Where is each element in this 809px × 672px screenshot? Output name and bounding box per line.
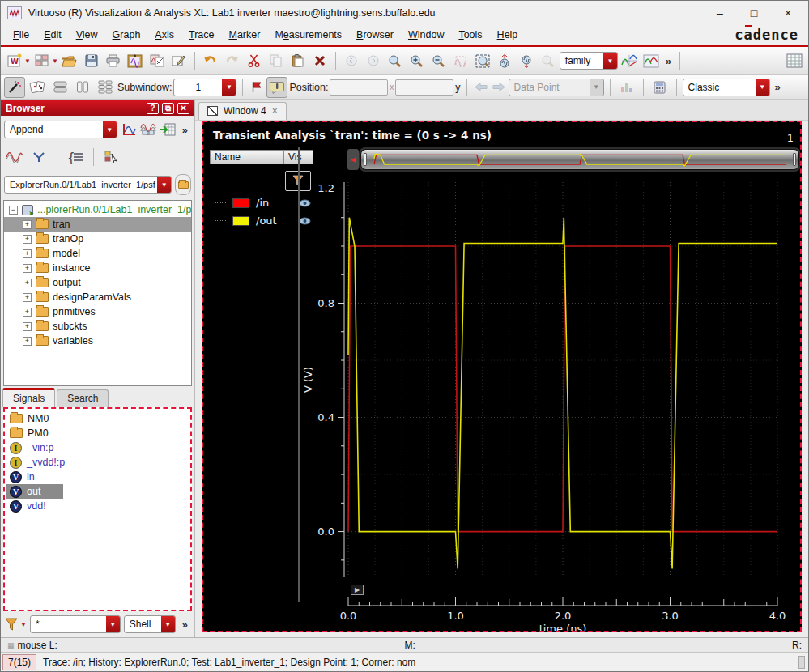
trace-color-swatch[interactable] — [232, 216, 249, 226]
tree-root[interactable]: − ...plorerRun.0/1/Lab1_inverter_1/psf — [4, 202, 191, 217]
results-dir-arrow[interactable]: ▼ — [157, 177, 171, 193]
tree-item-primitives[interactable]: +primitives — [4, 304, 191, 319]
minimize-button[interactable]: – — [706, 3, 734, 23]
style-combo[interactable]: Classic▼ — [683, 79, 770, 96]
tree-item-designParamVals[interactable]: +designParamVals — [4, 290, 191, 304]
append-combo-arrow[interactable]: ▼ — [103, 121, 117, 138]
scroll-left-icon[interactable]: ◀ — [347, 149, 359, 170]
zoom-prev-button[interactable] — [341, 50, 362, 71]
panel-close-button[interactable]: ✕ — [177, 103, 189, 114]
expand-icon[interactable]: + — [23, 249, 32, 258]
signal-vin-p[interactable]: I_vin:p — [6, 440, 189, 455]
legend-splitter[interactable] — [298, 147, 300, 602]
signal-vvdd-p[interactable]: I_vvdd!:p — [6, 455, 189, 470]
select-mode-button[interactable] — [101, 147, 122, 168]
expand-icon[interactable]: + — [23, 235, 32, 244]
zoom-fit-button[interactable] — [472, 50, 493, 71]
prev-point-button[interactable] — [473, 77, 489, 98]
maximize-button[interactable]: □ — [740, 3, 768, 23]
paste-button[interactable] — [287, 50, 309, 71]
position-x-field[interactable] — [330, 79, 388, 96]
tab-search[interactable]: Search — [57, 389, 109, 407]
hierarchy-button[interactable] — [28, 147, 49, 168]
trace-label[interactable]: /in — [256, 197, 269, 209]
new-graph-dropdown[interactable]: ▼ — [24, 57, 31, 65]
window-layout-button[interactable] — [32, 50, 53, 71]
menu-axis[interactable]: Axis — [147, 27, 181, 43]
signal-PM0[interactable]: PM0 — [6, 426, 189, 440]
menu-marker[interactable]: Marker — [221, 27, 267, 43]
histogram-button[interactable] — [616, 77, 637, 98]
signal-vdd[interactable]: Vvdd! — [6, 499, 189, 513]
new-graph-button[interactable]: W — [4, 50, 25, 71]
zoom-box-button[interactable] — [385, 50, 406, 71]
browse-results-button[interactable] — [175, 174, 191, 195]
scroll-right-icon[interactable]: ▶ — [801, 149, 802, 170]
tree-item-instance[interactable]: +instance — [4, 261, 191, 275]
tab-close-icon[interactable]: × — [272, 105, 278, 117]
menu-window[interactable]: Window — [401, 27, 451, 43]
print-button[interactable] — [103, 50, 124, 71]
zoom-in-button[interactable] — [407, 50, 428, 71]
window-layout-dropdown[interactable]: ▼ — [52, 57, 58, 65]
table-view-button[interactable] — [784, 50, 805, 71]
expression-list-button[interactable]: { — [65, 147, 86, 168]
zoom-out-button[interactable] — [428, 50, 449, 71]
thumb-grip-right[interactable] — [793, 153, 796, 166]
message-count-badge[interactable]: 7(15) — [2, 654, 36, 670]
undo-button[interactable] — [200, 50, 221, 71]
strip-cols-button[interactable] — [72, 77, 93, 98]
show-waves-button[interactable] — [4, 147, 25, 168]
tab-signals[interactable]: Signals — [2, 388, 55, 407]
expand-icon[interactable]: + — [23, 308, 32, 317]
label-tool-button[interactable] — [266, 77, 287, 98]
expand-icon[interactable]: + — [23, 279, 32, 287]
collapse-expander-icon[interactable]: − — [9, 206, 18, 215]
redo-button[interactable] — [222, 50, 243, 71]
wand-button[interactable] — [4, 77, 25, 98]
expand-icon[interactable]: + — [23, 337, 32, 346]
zoom-next-button[interactable] — [363, 50, 384, 71]
tree-item-subckts[interactable]: +subckts — [4, 319, 191, 334]
tree-item-variables[interactable]: +variables — [4, 334, 191, 348]
shell-combo[interactable]: Shell▼ — [124, 615, 176, 633]
append-mode-combo[interactable]: Append▼ — [4, 121, 117, 138]
position-y-field[interactable] — [395, 79, 453, 96]
next-point-button[interactable] — [491, 77, 507, 98]
menu-help[interactable]: Help — [490, 27, 526, 43]
calculator-button[interactable] — [649, 77, 671, 98]
panel-help-button[interactable]: ? — [147, 103, 159, 114]
overview-thumb[interactable] — [360, 149, 799, 170]
trace-label[interactable]: /out — [256, 215, 277, 227]
edit-graph-button[interactable] — [168, 50, 189, 71]
flag-button[interactable] — [249, 77, 265, 98]
results-dir-combo[interactable]: ExplorerRun.0/1/Lab1_inverter_1/psf▼ — [4, 176, 172, 194]
close-button[interactable]: × — [774, 3, 802, 23]
signal-in[interactable]: Vin — [6, 470, 189, 484]
overlay-plots-button[interactable] — [619, 50, 640, 71]
family-combo-arrow[interactable]: ▼ — [603, 53, 617, 69]
overview-track[interactable] — [359, 147, 801, 172]
filter-dropdown[interactable]: ▼ — [20, 621, 27, 628]
export-image-button[interactable] — [125, 50, 146, 71]
menu-measurements[interactable]: Measurements — [267, 27, 349, 43]
open-button[interactable] — [59, 50, 80, 71]
tab-window-4[interactable]: Window 4 × — [198, 102, 287, 120]
cut-button[interactable] — [244, 50, 265, 71]
menu-view[interactable]: View — [69, 27, 105, 43]
save-button[interactable] — [81, 50, 102, 71]
tree-item-tranOp[interactable]: +tranOp — [4, 232, 191, 246]
tree-item-tran[interactable]: +tran — [4, 217, 191, 232]
thumb-grip-left[interactable] — [364, 153, 367, 166]
browser-panel-header[interactable]: Browser ? ⧉ ✕ — [1, 100, 194, 116]
menu-trace[interactable]: Trace — [181, 27, 222, 43]
expand-icon[interactable]: + — [23, 264, 32, 273]
waveform-plot[interactable]: 0.00.40.81.2V (V)0.01.02.03.04.0time (ns… — [300, 171, 786, 632]
datapoint-combo[interactable]: Data Point▼ — [509, 79, 604, 96]
tree-item-output[interactable]: +output — [4, 275, 191, 290]
filter-pattern-arrow[interactable]: ▼ — [106, 616, 120, 632]
filter-overflow-chevron[interactable]: » — [179, 619, 191, 631]
browser-overflow-chevron[interactable]: » — [179, 124, 191, 136]
expand-icon[interactable]: + — [23, 293, 32, 302]
funnel-icon[interactable] — [4, 618, 19, 631]
